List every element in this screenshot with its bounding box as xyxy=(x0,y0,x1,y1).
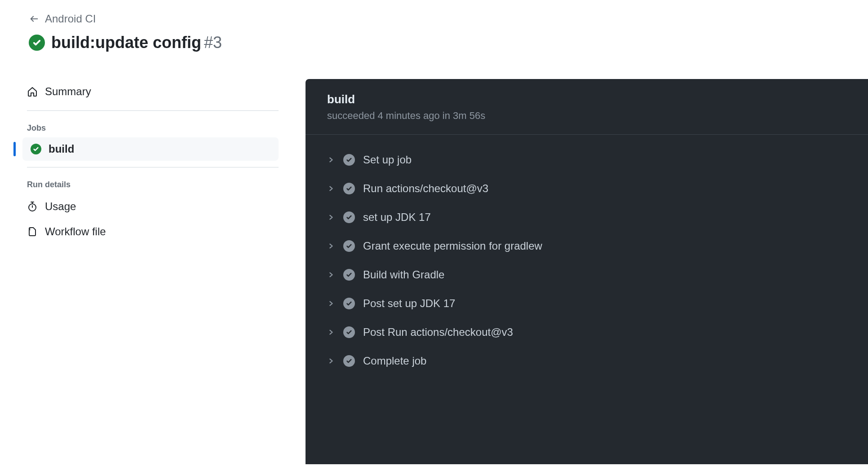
breadcrumb-parent[interactable]: Android CI xyxy=(45,13,96,25)
sidebar: Summary Jobs build Run details Usage xyxy=(0,79,306,464)
home-icon xyxy=(27,86,38,97)
log-step-label: Grant execute permission for gradlew xyxy=(363,240,542,252)
log-step-label: Run actions/checkout@v3 xyxy=(363,182,488,195)
chevron-right-icon xyxy=(327,185,335,193)
check-circle-icon xyxy=(29,35,45,51)
log-step[interactable]: set up JDK 17 xyxy=(316,203,857,232)
log-step[interactable]: Post Run actions/checkout@v3 xyxy=(316,318,857,347)
log-panel: build succeeded 4 minutes ago in 3m 56s … xyxy=(306,79,868,464)
sidebar-item-workflow-file[interactable]: Workflow file xyxy=(13,219,279,244)
check-circle-icon xyxy=(343,298,355,309)
chevron-right-icon xyxy=(327,242,335,250)
log-step[interactable]: Complete job xyxy=(316,347,857,375)
log-step[interactable]: Run actions/checkout@v3 xyxy=(316,174,857,203)
sidebar-item-usage[interactable]: Usage xyxy=(13,194,279,219)
chevron-right-icon xyxy=(327,271,335,279)
log-step-label: Post set up JDK 17 xyxy=(363,297,455,310)
check-circle-icon xyxy=(343,269,355,281)
check-circle-icon xyxy=(31,144,41,154)
chevron-right-icon xyxy=(327,213,335,221)
divider xyxy=(27,110,279,111)
sidebar-item-label: Usage xyxy=(45,200,76,213)
log-step[interactable]: Grant execute permission for gradlew xyxy=(316,232,857,260)
chevron-right-icon xyxy=(327,328,335,336)
divider xyxy=(27,167,279,167)
log-step-label: Complete job xyxy=(363,355,426,367)
chevron-right-icon xyxy=(327,156,335,164)
check-circle-icon xyxy=(343,326,355,338)
check-circle-icon xyxy=(343,240,355,252)
file-code-icon xyxy=(27,226,38,237)
sidebar-item-label: Workflow file xyxy=(45,225,106,238)
sidebar-heading-jobs: Jobs xyxy=(13,117,279,137)
main-content: Summary Jobs build Run details Usage xyxy=(0,79,868,464)
check-circle-icon xyxy=(343,355,355,367)
check-circle-icon xyxy=(343,154,355,166)
sidebar-item-label: Summary xyxy=(45,85,91,98)
check-circle-icon xyxy=(343,211,355,223)
log-step-label: set up JDK 17 xyxy=(363,211,431,224)
log-step[interactable]: Post set up JDK 17 xyxy=(316,289,857,318)
page-title: build:update config#3 xyxy=(51,33,222,52)
log-step[interactable]: Set up job xyxy=(316,145,857,174)
log-subtitle: succeeded 4 minutes ago in 3m 56s xyxy=(327,110,846,122)
stopwatch-icon xyxy=(27,201,38,212)
page-title-row: build:update config#3 xyxy=(29,33,839,52)
page-header: Android CI build:update config#3 xyxy=(0,0,868,52)
sidebar-job-build[interactable]: build xyxy=(22,137,279,161)
log-title: build xyxy=(327,92,846,106)
arrow-left-icon[interactable] xyxy=(29,13,40,24)
chevron-right-icon xyxy=(327,357,335,365)
log-step-label: Post Run actions/checkout@v3 xyxy=(363,326,513,339)
log-step-label: Set up job xyxy=(363,154,412,166)
sidebar-job-label: build xyxy=(49,143,74,155)
log-steps: Set up jobRun actions/checkout@v3set up … xyxy=(306,135,868,386)
breadcrumb[interactable]: Android CI xyxy=(29,13,839,25)
log-header: build succeeded 4 minutes ago in 3m 56s xyxy=(306,79,868,135)
log-step[interactable]: Build with Gradle xyxy=(316,260,857,289)
log-step-label: Build with Gradle xyxy=(363,268,444,281)
chevron-right-icon xyxy=(327,299,335,308)
check-circle-icon xyxy=(343,183,355,194)
sidebar-heading-run-details: Run details xyxy=(13,174,279,194)
run-name: build:update config xyxy=(51,33,201,52)
sidebar-item-summary[interactable]: Summary xyxy=(13,79,279,104)
run-number: #3 xyxy=(204,33,222,52)
